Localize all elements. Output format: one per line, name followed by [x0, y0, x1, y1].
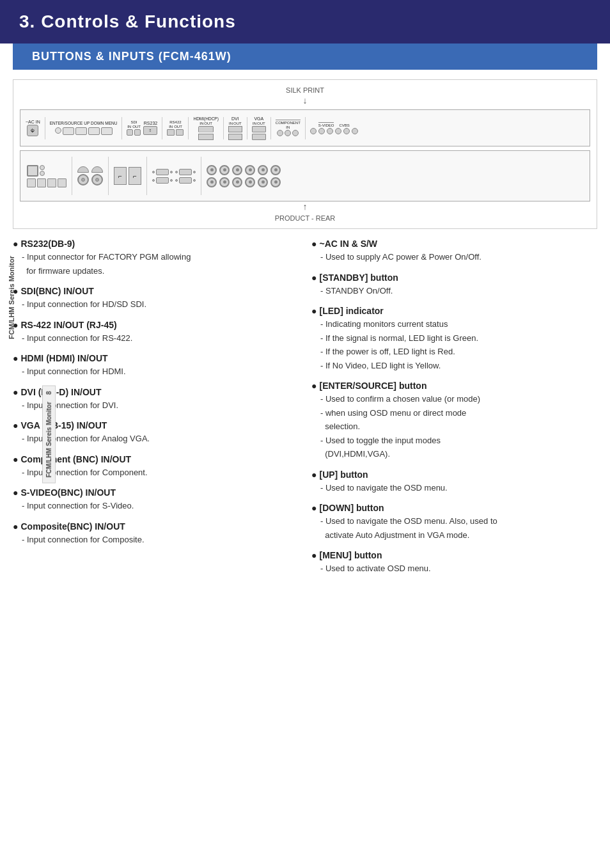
product-rear-label: PRODUCT - REAR	[20, 214, 590, 222]
up-section: [UP] button - Used to navigate the OSD m…	[311, 470, 597, 494]
menu-desc: - Used to activate OSD menu.	[311, 562, 597, 575]
product-rear-arrow: ↑	[20, 201, 590, 212]
content-area: RS232(DB-9) - Input connector for FACTOR…	[13, 239, 597, 584]
silk-print-label: SILK PRINT	[20, 86, 590, 94]
rs422-title: RS-422 IN/OUT (RJ-45)	[13, 320, 292, 330]
standby-desc: - STANDBY On/Off.	[311, 285, 597, 297]
ac-in-desc: - Used to supply AC power & Power On/Off…	[311, 251, 597, 264]
silk-print-arrow: ↓	[20, 95, 590, 106]
up-title: [UP] button	[311, 470, 597, 480]
menu-title: [MENU] button	[311, 550, 597, 560]
rear-waveform-group: ⌐ ⌐	[114, 167, 141, 185]
rs232-desc: - Input connector for FACTORY PGM allowi…	[13, 251, 292, 277]
right-column: ~AC IN & S/W - Used to supply AC power &…	[305, 239, 597, 584]
section-title: BUTTONS & INPUTS (FCM-461W)	[32, 50, 231, 63]
rs232-title: RS232(DB-9)	[13, 239, 292, 249]
standby-section: [STANDBY] button - STANDBY On/Off.	[311, 272, 597, 297]
sdi-group: SDI INOUT	[127, 120, 141, 136]
dvi-group: DVI INOUT	[228, 116, 242, 140]
sdi-title: SDI(BNC) IN/OUT	[13, 286, 292, 296]
menu-section: [MENU] button - Used to activate OSD men…	[311, 550, 597, 575]
page-header: 3. Controls & Functions	[0, 0, 610, 43]
sdi-section: SDI(BNC) IN/OUT - Input connection for H…	[13, 286, 292, 311]
diagram-area: SILK PRINT ↓ ~AC IN ⏻ ENTER/SOURCE UP DO…	[13, 79, 597, 229]
rear-bnc-group	[207, 165, 281, 187]
rs422-group: RS422 INOUT	[167, 120, 184, 136]
component-group: COMPONENT IN	[276, 120, 301, 136]
ac-in-group: ~AC IN ⏻	[26, 120, 40, 136]
up-desc: - Used to navigate the OSD menu.	[311, 482, 597, 494]
front-panel: ~AC IN ⏻ ENTER/SOURCE UP DOWN MENU SDI I…	[20, 109, 590, 146]
vga-group: VGA INOUT	[252, 116, 266, 140]
side-label: FCM/LHM Sereis Monitor	[8, 256, 15, 339]
hdmi-desc: - Input connection for HDMI.	[13, 365, 292, 378]
down-title: [DOWN] button	[311, 503, 597, 513]
section-header: BUTTONS & INPUTS (FCM-461W)	[13, 43, 597, 70]
page-title: 3. Controls & Functions	[19, 12, 236, 31]
composite-section: Composite(BNC) IN/OUT - Input connection…	[13, 521, 292, 546]
ac-in-section: ~AC IN & S/W - Used to supply AC power &…	[311, 239, 597, 264]
down-section: [DOWN] button - Used to navigate the OSD…	[311, 503, 597, 541]
left-column: RS232(DB-9) - Input connector for FACTOR…	[13, 239, 305, 584]
enter-source-section: [ENTER/SOURCE] button - Used to confirm …	[311, 381, 597, 461]
rs232-group: RS232 ⠿	[143, 121, 157, 135]
hdmi-title: HDMI (HDMI) IN/OUT	[13, 353, 292, 363]
rear-left-controls	[27, 165, 66, 187]
svideo-section: S-VIDEO(BNC) IN/OUT - Input connection f…	[13, 487, 292, 512]
rear-connectors-group	[152, 169, 196, 184]
rear-rotary-group	[77, 166, 103, 185]
page-side-bar: FCM/LHM Sereis Monitor 8	[42, 385, 56, 483]
control-buttons-group: ENTER/SOURCE UP DOWN MENU	[50, 121, 118, 135]
led-title: [LED] indicator	[311, 306, 597, 316]
sdi-desc: - Input connection for HD/SD SDI.	[13, 298, 292, 311]
svideo-desc: - Input connection for S-Video.	[13, 500, 292, 512]
hdmi-section: HDMI (HDMI) IN/OUT - Input connection fo…	[13, 353, 292, 378]
svideo-title: S-VIDEO(BNC) IN/OUT	[13, 487, 292, 498]
composite-title: Composite(BNC) IN/OUT	[13, 521, 292, 532]
rs232-section: RS232(DB-9) - Input connector for FACTOR…	[13, 239, 292, 277]
enter-source-title: [ENTER/SOURCE] button	[311, 381, 597, 391]
standby-title: [STANDBY] button	[311, 272, 597, 283]
down-desc: - Used to navigate the OSD menu. Also, u…	[311, 515, 597, 541]
ac-in-title: ~AC IN & S/W	[311, 239, 597, 249]
svideo-cvbs-group: S-VIDEO CVBS	[310, 122, 358, 134]
rs422-section: RS-422 IN/OUT (RJ-45) - Input connection…	[13, 320, 292, 345]
rear-panel: ⌐ ⌐	[20, 150, 590, 201]
enter-source-desc: - Used to confirm a chosen value (or mod…	[311, 393, 597, 461]
composite-desc: - Input connection for Composite.	[13, 533, 292, 546]
rs422-desc: - Input connection for RS-422.	[13, 332, 292, 345]
led-section: [LED] indicator - Indicating monitors cu…	[311, 306, 597, 372]
led-desc: - Indicating monitors current status - I…	[311, 318, 597, 372]
hdmi-group: HDMI(HDCP) INOUT	[193, 116, 218, 140]
